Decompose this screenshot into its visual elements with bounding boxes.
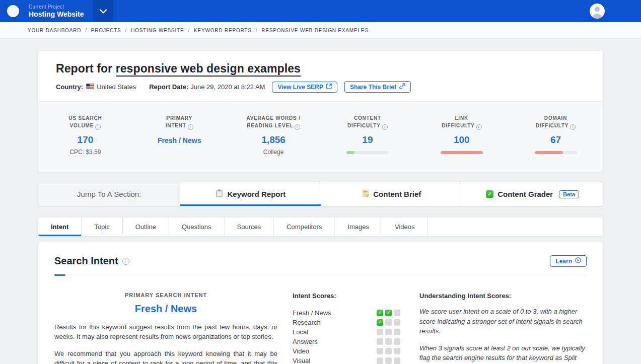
stat-value: Fresh / News [158,136,201,144]
tab-videos[interactable]: Videos [382,217,428,236]
current-project-label: Current Project [29,4,84,10]
breadcrumb-item[interactable]: HOSTING WEBSITE [131,28,184,33]
score-empty-box [385,329,392,335]
info-icon[interactable]: i [476,124,482,130]
stat-content-difficulty: CONTENTDIFFICULTYi 19 [320,114,414,156]
info-icon[interactable]: i [122,258,129,265]
stat-value: 100 [454,134,470,145]
intent-score-label: Visual [293,357,310,364]
understanding-paragraph: When 3 signals score at least 2 on our s… [419,343,587,364]
section-keyword-report-label: Keyword Report [227,190,286,198]
breadcrumb-separator: / [256,28,258,33]
report-stats: US SEARCHVOLUMEi 170 CPC: $3.59 PRIMARYI… [38,101,603,172]
tab-competitors[interactable]: Competitors [274,217,335,236]
external-link-icon [326,84,332,91]
section-divider [54,274,587,276]
report-date-label: Report Date: [149,83,188,91]
stat-value: 170 [78,134,94,145]
section-content-brief[interactable]: Content Brief [321,182,462,206]
section-content-grader[interactable]: ✓ Content Grader Beta [462,182,603,206]
intent-scores-heading: Intent Scores: [293,292,404,300]
tab-sources[interactable]: Sources [225,217,274,236]
intent-scores-column: Intent Scores: Fresh / News✓✓Research✓Lo… [293,292,404,364]
breadcrumb-item[interactable]: KEYWORD REPORTS [194,28,252,33]
understanding-column: Understanding Intent Scores: We score us… [419,292,587,364]
tab-questions[interactable]: Questions [169,217,225,236]
section-keyword-report[interactable]: Keyword Report [180,182,321,206]
link-icon [399,83,405,91]
learn-button[interactable]: Learn [550,255,587,267]
jump-section-label: Jump To A Section: [38,182,180,206]
score-check-icon: ✓ [377,310,383,316]
country-label: Country: [56,83,83,91]
score-empty-box [385,319,392,326]
score-empty-box [385,338,392,345]
intent-score-row: Visual [293,356,404,364]
score-empty-box [377,338,383,345]
app-logo[interactable] [7,5,19,17]
info-icon[interactable]: i [570,124,576,130]
stat-average-words: AVERAGE WORDS /READING LEVELi 1,856 Coll… [227,114,321,156]
tab-intent[interactable]: Intent [38,217,82,236]
tab-outline[interactable]: Outline [123,217,169,236]
intent-score-boxes: ✓ [377,319,400,326]
page-title: Report for responsive web design example… [56,62,585,76]
intent-score-boxes: ✓✓ [377,310,400,316]
intent-scores-list: Fresh / News✓✓Research✓LocalAnswersVideo… [293,308,404,364]
tab-topic[interactable]: Topic [82,217,122,236]
us-flag-icon [86,83,94,91]
score-empty-box [377,329,383,335]
breadcrumb-item[interactable]: YOUR DASHBOARD [28,28,81,33]
info-icon[interactable]: i [382,124,388,130]
intent-score-row: Answers [293,337,404,346]
score-empty-box [394,329,400,335]
user-avatar[interactable] [590,4,605,19]
stat-value: 1,856 [261,134,286,145]
section-nav: Jump To A Section: Keyword Report Conten… [38,182,603,206]
intent-description-paragraph: Results for this keyword suggest results… [54,322,277,341]
score-empty-box [394,348,400,354]
primary-intent-column: PRIMARY SEARCH INTENT Fresh / News Resul… [54,292,277,364]
primary-search-intent-value: Fresh / News [54,303,277,315]
stat-domain-difficulty: DOMAINDIFFICULTYi 67 [509,114,603,156]
search-intent-heading-text: Search Intent [54,255,118,267]
learn-button-label: Learn [555,258,572,265]
view-live-serp-button[interactable]: View Live SERP [272,82,337,93]
chevron-down-icon [100,7,107,16]
understanding-paragraph: We score user intent on a scale of 0 to … [419,307,587,336]
report-date-value: June 29, 2020 at 8:22 AM [190,83,265,91]
score-empty-box [385,348,392,354]
breadcrumb-separator: / [125,28,127,33]
breadcrumb: YOUR DASHBOARD/PROJECTS/HOSTING WEBSITE/… [0,22,641,39]
breadcrumb-item[interactable]: PROJECTS [91,28,121,33]
report-title-prefix: Report for [56,62,116,75]
score-empty-box [377,357,383,364]
info-icon[interactable]: i [188,124,193,130]
intent-score-boxes [377,338,400,345]
intent-score-label: Research [293,319,321,326]
tab-images[interactable]: Images [335,217,382,236]
intent-score-boxes [377,357,400,364]
info-icon[interactable]: i [295,124,300,130]
intent-score-label: Fresh / News [293,309,331,317]
report-date: Report Date:June 29, 2020 at 8:22 AM [149,83,265,91]
score-empty-box [394,310,400,316]
project-switcher[interactable]: Current Project Hosting Website [29,0,84,22]
clipboard-icon [216,189,223,199]
score-empty-box [377,348,383,354]
share-brief-button[interactable]: Share This Brief [344,81,411,93]
project-name: Hosting Website [29,10,84,18]
intent-score-row: Research✓ [293,318,404,327]
project-switcher-toggle[interactable] [93,0,113,22]
score-empty-box [394,319,400,326]
breadcrumb-item[interactable]: RESPONSIVE WEB DESIGN EXAMPLES [261,28,368,33]
top-bar: Current Project Hosting Website [0,0,641,22]
play-circle-icon [575,257,581,265]
intent-score-boxes [377,329,400,335]
report-keyword[interactable]: responsive web design examples [116,62,301,77]
search-intent-section: Search Intent i Learn PRIMARY SEARCH INT… [38,242,603,364]
intent-score-row: Video [293,346,404,356]
intent-score-boxes [377,348,400,354]
stat-value: 19 [362,134,373,145]
info-icon[interactable]: i [95,124,101,130]
